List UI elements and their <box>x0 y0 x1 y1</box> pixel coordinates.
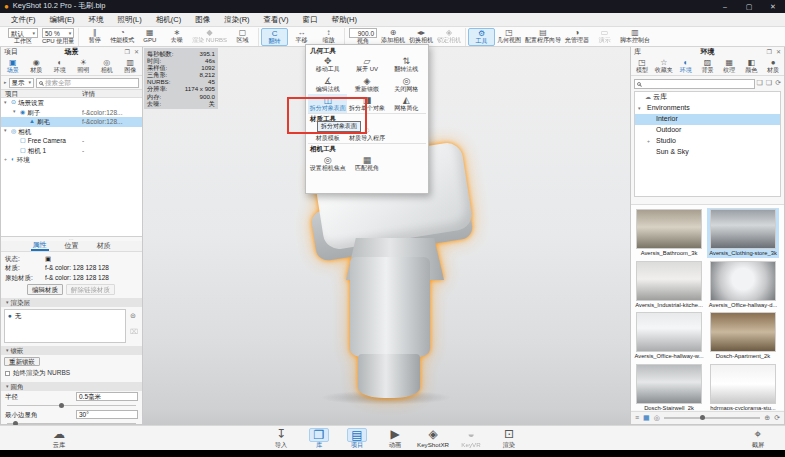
tree-expander-icon[interactable]: + <box>647 139 652 145</box>
library-tab[interactable]: ▦ 纹理 <box>718 57 740 75</box>
library-tab[interactable]: ◧ 颜色 <box>740 57 762 75</box>
environment-thumbnail[interactable]: Aversis_Office-hallway-w... <box>633 311 705 361</box>
tree-node-icon[interactable]: ▢ <box>20 147 26 154</box>
menu-item[interactable]: ∡ 编辑法线 <box>308 75 347 94</box>
grid-view-icon[interactable]: ▦ <box>643 414 650 422</box>
library-tab[interactable]: ◐ 环境 <box>675 57 697 75</box>
project-tab[interactable]: ◎ 相机 <box>95 57 119 75</box>
menu-item[interactable]: ◎ 设置相机焦点 <box>308 154 347 173</box>
list-view-icon[interactable]: ≡ <box>635 414 639 422</box>
environment-thumbnail[interactable]: Aversis_Industrial-kitche... <box>633 260 705 310</box>
min-edge-angle-input[interactable]: 30° <box>76 410 138 419</box>
thumbnail-size-slider[interactable] <box>664 417 760 419</box>
tree-expander-icon[interactable]: ▾ <box>638 106 643 112</box>
ribbon-item[interactable]: ◑ 光管理器 <box>563 28 591 46</box>
tree-expander-icon[interactable]: ▾ <box>13 109 18 115</box>
project-tab[interactable]: ▣ 场景 <box>1 57 25 75</box>
ribbon-item[interactable]: ⚙ 工具 <box>468 28 495 46</box>
menu-item[interactable]: ▦ 匹配视角 <box>347 154 386 173</box>
ribbon-item[interactable]: ▦ GPU <box>136 28 163 46</box>
menu-item[interactable]: 帮助(H) <box>325 13 364 27</box>
property-tab[interactable]: 属性 <box>31 241 49 251</box>
fov-input[interactable]: 900.0 <box>349 28 377 38</box>
ribbon-item[interactable]: ◳ 几何视图 <box>495 28 523 46</box>
nurbs-checkbox[interactable] <box>5 371 10 376</box>
minimize-button[interactable]: – <box>713 0 737 13</box>
menu-item[interactable]: 编辑(E) <box>43 13 82 27</box>
radius-slider[interactable] <box>7 402 136 409</box>
menu-item[interactable]: 相机(C) <box>149 13 188 27</box>
scene-tree-row[interactable]: ▾ ◉ 刷子 f-&color:128... <box>1 108 142 118</box>
scene-tree-row[interactable]: ▾ ⊙ 场景设置 <box>1 98 142 108</box>
environment-thumbnail[interactable] <box>781 311 784 361</box>
library-tree-row[interactable]: Sun & Sky <box>635 147 780 158</box>
scene-tree-row[interactable]: ▢ 相机 1 - <box>1 146 142 156</box>
environment-thumbnail[interactable]: Aversis_Office-hallway-d... <box>707 260 779 310</box>
retessellate-button[interactable]: 重新镶嵌 <box>4 357 40 366</box>
library-tab[interactable]: ☆ 收藏夹 <box>653 57 675 75</box>
library-tab[interactable]: ▨ 背景 <box>697 57 719 75</box>
delete-layer-icon[interactable]: ⌧ <box>130 328 138 336</box>
refresh-icon[interactable]: ⟳ <box>774 414 780 422</box>
menu-item[interactable]: 图像 <box>188 13 217 27</box>
project-tab[interactable]: ◉ 材质 <box>25 57 49 75</box>
maximize-button[interactable]: ▢ <box>737 0 761 13</box>
workspace-dropdown[interactable]: 默认 ▾ <box>8 28 38 38</box>
float-panel-icon[interactable]: ❐ <box>767 49 772 56</box>
dock-item[interactable]: ↧ 导入 <box>262 428 300 449</box>
unlink-material-button[interactable]: 解除链接材质 <box>66 284 115 295</box>
ribbon-item[interactable]: ▢ 区域 <box>229 28 256 46</box>
menu-item[interactable]: ✥ 移动工具 <box>308 55 347 74</box>
library-tree-row[interactable]: ▾ Environments <box>635 103 780 114</box>
ribbon-item[interactable]: ▭ 演示 <box>591 28 618 46</box>
expander-icon[interactable]: ▸ <box>4 80 7 86</box>
radius-input[interactable]: 0.5毫米 <box>76 392 138 401</box>
ribbon-item[interactable]: ◈ 锁定相机 <box>435 28 463 46</box>
tree-expander-icon[interactable]: ▾ <box>4 128 9 134</box>
library-tab[interactable]: ◳ 模型 <box>631 57 653 75</box>
round-edges-section-header[interactable]: ▾ 圆角 <box>1 382 142 391</box>
project-tab[interactable]: ▥ 图像 <box>119 57 143 75</box>
column-item[interactable]: 项目 <box>1 90 82 97</box>
ribbon-item[interactable]: ∥ 暂停 <box>81 28 108 46</box>
environment-thumbnail[interactable]: Dosch-Stairwell_2k <box>633 363 705 410</box>
render-layer-section-header[interactable]: ▾ 渲染层 <box>1 298 142 307</box>
filter-icon[interactable]: ❏ <box>757 79 763 87</box>
tree-expander-icon[interactable]: + <box>4 157 9 163</box>
environment-thumbnail[interactable]: Aversis_Clothing-store_3k <box>707 208 779 258</box>
thumbnail-size-handle[interactable] <box>700 415 705 420</box>
tree-expander-icon[interactable]: ▾ <box>4 100 9 106</box>
menu-item[interactable]: 环境 <box>82 13 111 27</box>
library-tree-row[interactable]: ☁ 云库 <box>635 92 780 103</box>
dock-item[interactable]: ◈ KeyShotXR <box>414 428 452 449</box>
float-panel-icon[interactable]: ❐ <box>125 49 130 56</box>
link-layer-icon[interactable]: ⊜ <box>130 312 138 320</box>
column-detail[interactable]: 详情 <box>82 90 95 97</box>
menu-item[interactable]: ◭ 网格简化 <box>387 94 426 113</box>
menu-item[interactable]: 查看(V) <box>257 13 296 27</box>
ribbon-item[interactable]: ◔ 性能模式 <box>108 28 136 46</box>
library-tree-row[interactable]: + Studio <box>635 136 780 147</box>
edit-material-button[interactable]: 编辑材质 <box>27 284 63 295</box>
environment-thumbnail[interactable] <box>781 363 784 410</box>
environment-thumbnail[interactable] <box>781 208 784 258</box>
menu-item[interactable]: 渲染(R) <box>217 13 256 27</box>
close-panel-icon[interactable]: ✕ <box>776 49 781 56</box>
tree-node-icon[interactable]: ▲ <box>29 118 35 125</box>
library-tree-row[interactable]: Interior <box>635 114 780 125</box>
property-tab[interactable]: 位置 <box>63 242 81 250</box>
menu-item[interactable]: ◈ 重新镶嵌 <box>347 75 386 94</box>
dock-item-screenshot[interactable]: ⌖ 截屏 <box>739 428 777 449</box>
scene-tree-row[interactable]: + ◐ 环境 <box>1 155 142 165</box>
dock-item[interactable]: ⊡ 渲染 <box>490 428 528 449</box>
tree-node-icon[interactable]: ⊙ <box>11 99 16 106</box>
dock-item-cloud-library[interactable]: ☁ 云库 <box>40 428 78 449</box>
refresh-icon[interactable]: ⟳ <box>775 79 781 87</box>
render-layer-item[interactable]: ● 无 <box>5 310 125 321</box>
tree-node-icon[interactable]: ▢ <box>20 137 26 144</box>
ribbon-item[interactable]: ◆ 渲染 NURBS <box>190 28 229 46</box>
zoom-in-icon[interactable]: ⊕ <box>764 414 770 422</box>
show-dropdown[interactable]: 显示 ▾ <box>9 78 35 88</box>
menu-item[interactable]: ▱ 展开 UV <box>347 55 386 74</box>
environment-thumbnail[interactable]: hdrmaps-cyclorama-stu... <box>707 363 779 410</box>
